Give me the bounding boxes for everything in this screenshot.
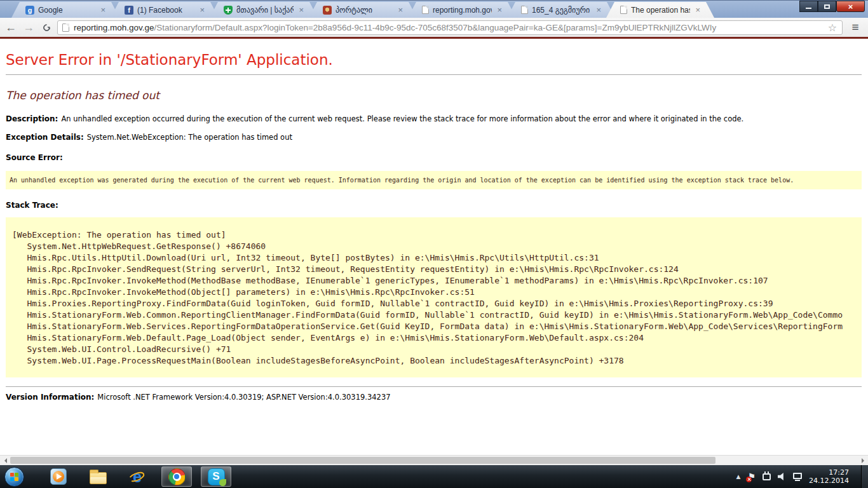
tab-close-icon[interactable]: × <box>496 6 503 14</box>
tab-operation-timed-out-active[interactable]: The operation has tim × <box>606 2 714 18</box>
browser-toolbar: ← → reporting.moh.gov.ge/Stationaryform/… <box>0 18 868 37</box>
stack-trace-text: [WebException: The operation has timed o… <box>6 217 862 377</box>
minimize-icon <box>806 8 811 9</box>
taskbar-item-explorer[interactable] <box>83 466 113 487</box>
menu-button[interactable]: ≡ <box>846 20 864 34</box>
page-favicon <box>620 6 627 14</box>
tab-label: reporting.moh.gov.ge <box>433 6 492 15</box>
internet-explorer-icon: e <box>128 468 146 485</box>
network-icon[interactable] <box>793 473 802 479</box>
folder-icon <box>90 472 107 484</box>
tab-close-icon[interactable]: × <box>595 6 602 14</box>
tab-close-icon[interactable]: × <box>694 6 702 14</box>
tray-expand-icon[interactable]: ▲ <box>736 473 741 480</box>
taskbar-clock[interactable]: 17:27 24.12.2014 <box>809 468 853 485</box>
tab-label: (1) Facebook <box>137 6 194 15</box>
tab-label: მთავარი | საქართვე <box>236 6 294 15</box>
tab-close-icon[interactable]: × <box>397 6 404 14</box>
exception-details-text: System.Net.WebException: The operation h… <box>87 133 292 142</box>
emblem-favicon <box>323 6 332 15</box>
scroll-left-arrow-icon[interactable] <box>0 456 10 465</box>
close-icon: × <box>848 2 853 11</box>
tab-reporting[interactable]: reporting.moh.gov.ge × <box>408 2 516 18</box>
chrome-icon <box>168 468 186 485</box>
window-controls: × <box>799 1 865 12</box>
description-label: Description: <box>6 114 58 123</box>
tab-label: პორტალი <box>336 6 393 15</box>
source-error-box: An unhandled exception was generated dur… <box>6 171 862 189</box>
shield-favicon <box>224 6 233 15</box>
back-button[interactable]: ← <box>4 22 18 33</box>
tab-label: The operation has tim <box>631 6 690 15</box>
minimize-button[interactable] <box>799 1 818 12</box>
tab-close-icon[interactable]: × <box>297 6 305 14</box>
skype-icon: S <box>208 468 225 485</box>
version-information-text: Microsoft .NET Framework Version:4.0.303… <box>97 393 390 402</box>
stack-trace-label: Stack Trace: <box>6 201 862 210</box>
reload-icon <box>41 22 51 32</box>
page-favicon <box>62 24 69 32</box>
horizontal-scrollbar-thumb[interactable] <box>10 457 715 464</box>
version-information-label: Version Information: <box>6 393 94 402</box>
windows-taskbar: e S ▲ ⚑ 17:27 24.12.2014 <box>0 465 868 488</box>
show-desktop-button[interactable] <box>861 465 868 488</box>
horizontal-scrollbar[interactable] <box>0 455 868 465</box>
facebook-favicon: f <box>125 6 133 15</box>
google-favicon: g <box>25 6 34 15</box>
bookmark-star-icon[interactable]: ☆ <box>827 22 837 34</box>
exception-details-label: Exception Details: <box>6 133 84 142</box>
start-button[interactable] <box>1 467 27 487</box>
speaker-icon[interactable] <box>778 473 786 481</box>
url-text: reporting.moh.gov.ge/Stationaryform/Defa… <box>74 23 823 32</box>
page-favicon <box>422 6 429 14</box>
action-center-flag-icon[interactable]: ⚑ <box>747 472 756 481</box>
taskbar-item-internet-explorer[interactable]: e <box>122 466 153 487</box>
clock-date: 24.12.2014 <box>809 477 849 485</box>
url-path: /Stationaryform/Default.aspx?loginToken=… <box>154 23 717 32</box>
taskbar-item-media-player[interactable] <box>43 466 74 487</box>
browser-tab-bar: g Google × f (1) Facebook × მთავარი | სა… <box>0 0 868 18</box>
asp-net-error-page: Server Error in '/StationaryForm' Applic… <box>0 39 868 402</box>
tab-mtavari[interactable]: მთავარი | საქართვე × <box>210 2 318 18</box>
url-host: reporting.moh.gov.ge <box>74 23 154 32</box>
tab-label: 165_4 გეგმიური ქირ <box>532 6 591 15</box>
address-bar[interactable]: reporting.moh.gov.ge/Stationaryform/Defa… <box>57 20 843 35</box>
version-information-line: Version Information:Microsoft .NET Frame… <box>6 393 862 402</box>
media-player-icon <box>50 468 67 485</box>
tab-close-icon[interactable]: × <box>198 6 206 14</box>
windows-start-orb-icon <box>4 467 24 487</box>
tab-facebook[interactable]: f (1) Facebook × <box>111 2 219 18</box>
divider <box>6 386 862 387</box>
description-line: Description:An unhandled exception occur… <box>6 114 862 123</box>
tab-portali[interactable]: პორტალი × <box>309 2 417 18</box>
tab-close-icon[interactable]: × <box>99 6 107 14</box>
page-viewport: Server Error in '/StationaryForm' Applic… <box>0 39 868 455</box>
power-plug-icon[interactable] <box>763 473 771 480</box>
page-favicon <box>521 6 528 14</box>
forward-button[interactable]: → <box>22 22 36 33</box>
divider <box>6 74 862 75</box>
tab-google[interactable]: g Google × <box>11 2 119 18</box>
tab-165-4[interactable]: 165_4 გეგმიური ქირ × <box>507 2 615 18</box>
scroll-right-arrow-icon[interactable] <box>858 456 868 465</box>
tab-label: Google <box>38 6 95 15</box>
description-text: An unhandled exception occurred during t… <box>61 114 743 123</box>
close-button[interactable]: × <box>836 1 865 12</box>
maximize-icon <box>824 4 830 9</box>
page-title: Server Error in '/StationaryForm' Applic… <box>6 51 862 68</box>
taskbar-item-chrome-active[interactable] <box>161 466 192 487</box>
maximize-button[interactable] <box>818 1 836 12</box>
system-tray: ▲ ⚑ 17:27 24.12.2014 <box>736 465 868 488</box>
clock-time: 17:27 <box>809 468 849 477</box>
reload-button[interactable] <box>39 24 53 31</box>
source-error-label: Source Error: <box>6 153 862 162</box>
exception-details-line: Exception Details:System.Net.WebExceptio… <box>6 133 862 142</box>
taskbar-item-skype-active[interactable]: S <box>201 466 231 487</box>
error-subtitle: The operation has timed out <box>6 89 862 102</box>
